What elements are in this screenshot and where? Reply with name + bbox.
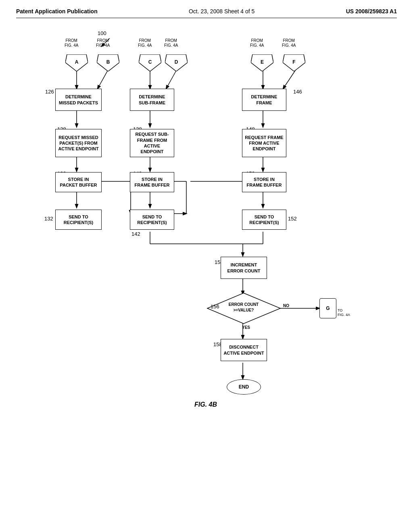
ref-156: 156 [211, 303, 219, 310]
connector-c: C [139, 54, 161, 71]
svg-text:>=VALUE?: >=VALUE? [234, 308, 254, 312]
connector-from-label-f: FROMFIG. 4A [282, 38, 296, 48]
svg-line-5 [98, 71, 108, 89]
box-150: STORE INFRAME BUFFER [242, 172, 286, 192]
no-label: NO [283, 303, 289, 308]
svg-text:ERROR COUNT: ERROR COUNT [229, 302, 259, 307]
svg-text:F: F [292, 59, 295, 65]
box-152: SEND TORECIPIENT(S) [242, 210, 286, 230]
ref-146: 146 [293, 89, 302, 95]
box-126: DETERMINEMISSED PACKETS [55, 89, 102, 111]
box-148: REQUEST FRAMEFROM ACTIVEENDPOINT [242, 129, 286, 157]
svg-text:D: D [175, 59, 178, 65]
header-left: Patent Application Publication [16, 8, 98, 15]
box-130: STORE INPACKET BUFFER [55, 172, 102, 192]
box-136: DETERMINESUB-FRAME [130, 89, 174, 111]
ref-152: 152 [288, 216, 297, 222]
page-header: Patent Application Publication Oct. 23, … [16, 8, 397, 18]
svg-text:A: A [75, 59, 79, 65]
connector-f: F [283, 54, 305, 71]
box-132: SEND TORECIPIENT(S) [55, 210, 102, 230]
connector-a: A [65, 54, 88, 71]
svg-text:E: E [261, 59, 264, 65]
ref-142: 142 [131, 231, 140, 237]
end-oval: END [227, 379, 261, 395]
header-right: US 2008/259823 A1 [346, 8, 397, 15]
box-158: DISCONNECTACTIVE ENDPOINT [221, 339, 267, 361]
yes-label: YES [242, 325, 250, 330]
svg-line-15 [283, 71, 295, 89]
connector-from-label-e: FROMFIG. 4A [250, 38, 264, 48]
connector-g: G [319, 298, 336, 318]
page: Patent Application Publication Oct. 23, … [0, 0, 413, 532]
ref-132: 132 [44, 216, 53, 222]
figure-number-100: 100 [98, 30, 106, 36]
svg-line-10 [166, 71, 176, 89]
connector-b: B [97, 54, 119, 71]
connector-d: D [165, 54, 188, 71]
svg-text:B: B [106, 59, 110, 65]
connector-from-label-a: FROMFIG. 4A [65, 38, 78, 48]
connector-from-label-d: FROMFIG. 4A [164, 38, 178, 48]
svg-text:C: C [148, 59, 152, 65]
box-138: REQUEST SUB-FRAME FROMACTIVE ENDPOINT [130, 129, 174, 157]
connector-from-label-c: FROMFIG. 4A [138, 38, 152, 48]
connector-e: E [251, 54, 273, 71]
box-146: DETERMINEFRAME [242, 89, 286, 111]
connector-from-label-b: FROMFIG. 4A [96, 38, 110, 48]
box-128: REQUEST MISSEDPACKET(S) FROMACTIVE ENDPO… [55, 129, 102, 157]
box-154: INCREMENTERROR COUNT [221, 257, 267, 279]
diagram: 100 [17, 26, 396, 502]
box-140: STORE INFRAME BUFFER [130, 172, 174, 192]
header-center: Oct. 23, 2008 Sheet 4 of 5 [189, 8, 254, 15]
box-142: SEND TORECIPIENT(S) [130, 210, 174, 230]
fig-caption: FIG. 4B [194, 401, 217, 408]
connector-g-label: TOFIG. 4A [338, 308, 350, 317]
ref-126: 126 [45, 89, 54, 95]
